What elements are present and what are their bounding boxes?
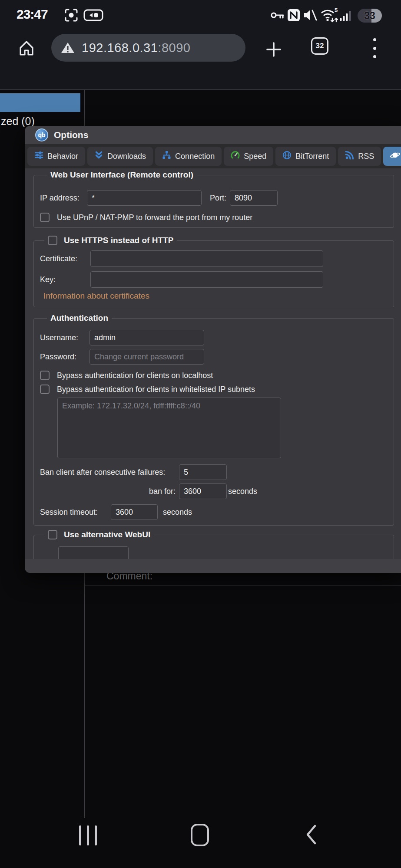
sliders-icon: [34, 151, 43, 162]
use-https-checkbox[interactable]: [48, 236, 57, 245]
alt-webui-checkbox[interactable]: [48, 530, 57, 539]
certificate-input[interactable]: [90, 250, 323, 267]
tab-connection[interactable]: Connection: [155, 147, 222, 166]
phone-screen: 23:47 5 33: [0, 0, 401, 868]
ban-for-unit: seconds: [228, 487, 257, 496]
home-icon[interactable]: [17, 39, 36, 59]
gauge-icon: [231, 151, 240, 162]
ip-address-label: IP address:: [40, 194, 83, 203]
password-input[interactable]: [89, 349, 204, 365]
use-https-label: Use HTTPS instead of HTTP: [64, 236, 173, 245]
svg-text:5: 5: [335, 7, 338, 13]
chevrons-down-icon: [94, 151, 103, 162]
url-bar[interactable]: 192.168.0.31:8090: [51, 34, 245, 62]
upnp-checkbox[interactable]: [40, 213, 50, 222]
webui-section-legend: Web User Interface (Remote control): [47, 170, 197, 180]
whitelist-subnets-textarea[interactable]: [57, 398, 281, 458]
tab-rss[interactable]: RSS: [338, 147, 381, 166]
tab-webui[interactable]: WebUI: [383, 147, 401, 166]
network-icon: [162, 151, 171, 162]
certificates-info-link[interactable]: Information about certificates: [43, 291, 388, 301]
options-dialog: qb Options Behavior Downloads Connection: [25, 126, 401, 573]
password-label: Password:: [40, 352, 86, 362]
bypass-whitelist-checkbox[interactable]: [40, 385, 50, 394]
browser-toolbar: 192.168.0.31:8090 32: [0, 30, 401, 68]
alt-webui-location-input[interactable]: [58, 546, 129, 559]
options-tab-bar: Behavior Downloads Connection Speed BitT…: [25, 144, 401, 168]
browser-menu-icon[interactable]: [373, 38, 376, 58]
clock: 23:47: [17, 7, 48, 22]
session-timeout-label: Session timeout:: [40, 508, 107, 517]
bypass-localhost-label: Bypass authentication for clients on loc…: [57, 371, 213, 380]
dialog-title: Options: [54, 130, 88, 140]
sound-muted-icon: [302, 0, 317, 30]
vpn-key-icon: [270, 0, 284, 30]
authentication-legend: Authentication: [47, 313, 112, 323]
selected-sidebar-item[interactable]: [0, 93, 80, 112]
battery-indicator: 33: [358, 9, 382, 23]
port-input[interactable]: [230, 190, 278, 206]
wifi-5g-icon: 5: [321, 0, 339, 30]
bypass-localhost-checkbox[interactable]: [40, 371, 50, 380]
tab-behavior[interactable]: Behavior: [27, 147, 85, 166]
tab-speed[interactable]: Speed: [224, 147, 273, 166]
ban-failures-input[interactable]: [179, 464, 227, 480]
key-label: Key:: [40, 275, 87, 284]
port-label: Port:: [210, 194, 226, 203]
authentication-section: Authentication Username: Password: Bypas…: [33, 313, 394, 526]
https-section: Use HTTPS instead of HTTP Certificate: K…: [33, 236, 394, 307]
status-bar: 23:47 5 33: [0, 0, 401, 30]
alt-webui-legend: Use alternative WebUI: [44, 530, 154, 539]
tab-bittorrent[interactable]: BitTorrent: [275, 147, 336, 166]
url-text: 192.168.0.31:8090: [82, 41, 190, 55]
key-input[interactable]: [90, 271, 323, 288]
tab-downloads[interactable]: Downloads: [87, 147, 153, 166]
fieldset-border-line: [85, 585, 401, 585]
webui-page-background: zed (0) Comment: qb Options Behavior Dow…: [0, 90, 401, 868]
upnp-label: Use UPnP / NAT-PMP to forward the port f…: [57, 213, 252, 222]
not-secure-warning-icon: [61, 42, 75, 54]
alt-webui-label: Use alternative WebUI: [64, 530, 150, 539]
username-input[interactable]: [89, 330, 204, 345]
android-nav-bar: [0, 816, 401, 868]
planet-icon: [390, 150, 400, 162]
bypass-whitelist-label: Bypass authentication for clients in whi…: [57, 385, 255, 394]
screen-capture-icon: [63, 0, 79, 30]
alt-webui-section: Use alternative WebUI: [33, 530, 394, 559]
username-label: Username:: [40, 333, 86, 342]
session-timeout-input[interactable]: [111, 504, 158, 520]
dialog-bottom-bar: [25, 559, 401, 573]
signal-strength-icon: [340, 0, 353, 30]
recents-button[interactable]: [79, 825, 97, 845]
https-section-legend: Use HTTPS instead of HTTP: [44, 236, 177, 245]
new-tab-icon[interactable]: [266, 42, 282, 59]
globe-icon: [282, 151, 292, 162]
back-button[interactable]: [305, 824, 318, 847]
home-button[interactable]: [191, 824, 209, 846]
webui-settings-panel: Web User Interface (Remote control) IP a…: [25, 168, 401, 559]
nfc-icon: [287, 0, 300, 30]
session-timeout-unit: seconds: [163, 508, 192, 517]
tab-switcher-button[interactable]: 32: [311, 37, 328, 55]
webui-section: Web User Interface (Remote control) IP a…: [33, 170, 394, 228]
rss-icon: [345, 151, 354, 162]
ban-for-label: ban for:: [40, 487, 176, 496]
capture-toolbar-icon: [83, 0, 103, 30]
ban-failures-label: Ban client after consecutive failures:: [40, 468, 176, 477]
certificate-label: Certificate:: [40, 254, 87, 263]
ban-for-input[interactable]: [179, 483, 227, 499]
dialog-titlebar[interactable]: qb Options: [25, 126, 401, 144]
browser-chrome: 23:47 5 33: [0, 0, 401, 90]
qbittorrent-logo-icon: qb: [35, 128, 48, 141]
ip-address-input[interactable]: [87, 190, 202, 206]
